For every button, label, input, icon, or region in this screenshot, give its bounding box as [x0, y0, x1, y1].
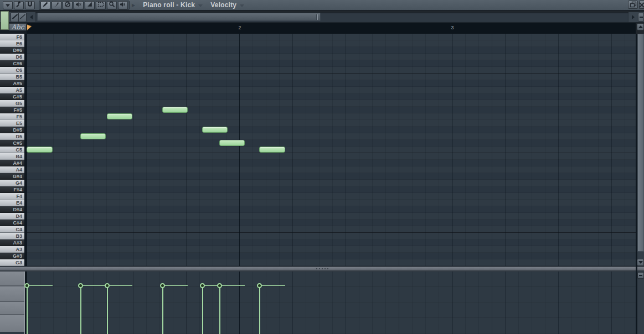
velocity-stem-D5[interactable] — [80, 285, 81, 334]
piano-key-F6[interactable]: F6 — [0, 34, 24, 40]
velocity-stem-C#5[interactable] — [219, 285, 220, 334]
note-F#5[interactable] — [162, 107, 188, 113]
piano-key-F4[interactable]: F4 — [0, 193, 24, 200]
piano-key-G5[interactable]: G5 — [0, 100, 24, 107]
window-title[interactable]: Piano roll - Kick — [143, 1, 195, 9]
velocity-handle-C5[interactable] — [257, 283, 262, 288]
piano-key-A3[interactable]: A3 — [0, 246, 24, 253]
target-control-caret[interactable] — [240, 4, 244, 7]
title-dropdown-caret[interactable] — [198, 4, 203, 7]
velocity-editor[interactable] — [27, 272, 636, 334]
piano-key-D#4[interactable]: D#4 — [0, 206, 24, 213]
vertical-scrollbar[interactable] — [637, 34, 644, 266]
hscroll-left-arrow[interactable] — [27, 13, 35, 22]
note-D#5[interactable] — [202, 127, 228, 133]
piano-keyboard: F6E6D#6D6C#6C6B5A#5A5G#5G5F#5F5E5D#5D5C#… — [0, 34, 24, 266]
tools-button[interactable] — [14, 1, 24, 9]
velocity-handle-D5[interactable] — [78, 283, 83, 288]
title-collapse-arrow[interactable]: ▶ — [132, 3, 135, 8]
piano-key-A5[interactable]: A5 — [0, 87, 24, 93]
velocity-handle-C5[interactable] — [24, 283, 29, 288]
piano-key-C#6[interactable]: C#6 — [0, 60, 24, 67]
draw-button[interactable] — [40, 1, 50, 9]
note-C5[interactable] — [27, 147, 53, 153]
piano-key-D#6[interactable]: D#6 — [0, 47, 24, 54]
piano-key-C#4[interactable]: C#4 — [0, 220, 24, 226]
slice-button[interactable] — [85, 1, 95, 9]
chevron-down-icon — [5, 0, 11, 10]
piano-key-B4[interactable]: B4 — [0, 153, 24, 160]
note-grid[interactable] — [27, 34, 636, 266]
piano-key-G#3[interactable]: G#3 — [0, 253, 24, 259]
velocity-pane-menu-button[interactable] — [637, 272, 644, 279]
piano-key-G4[interactable]: G4 — [0, 180, 24, 186]
playhead-flag-icon[interactable] — [27, 24, 33, 34]
delete-button[interactable] — [63, 1, 73, 9]
hzoom-button[interactable] — [638, 13, 644, 22]
mute-button[interactable] — [74, 1, 84, 9]
sidebar-block — [0, 302, 24, 315]
slide-note-button[interactable] — [11, 12, 19, 22]
velocity-stem-F#5[interactable] — [162, 285, 163, 334]
piano-key-C5[interactable]: C5 — [0, 147, 24, 153]
piano-key-D4[interactable]: D4 — [0, 213, 24, 220]
velocity-handle-C#5[interactable] — [217, 283, 222, 288]
piano-key-F5[interactable]: F5 — [0, 113, 24, 120]
portamento-button[interactable] — [18, 12, 27, 22]
note-F5[interactable] — [107, 113, 132, 119]
abc-note-labels-button[interactable]: Abc — [9, 23, 27, 31]
horizontal-scrollbar[interactable] — [35, 12, 628, 22]
slope-icon — [12, 12, 18, 22]
detach-button[interactable] — [628, 1, 638, 9]
target-control-selector[interactable]: Velocity — [210, 1, 236, 9]
piano-key-B5[interactable]: B5 — [0, 74, 24, 80]
note-C#5[interactable] — [219, 140, 245, 146]
main-menu-button[interactable] — [3, 1, 13, 9]
horizontal-scroll-row — [0, 12, 644, 23]
vscroll-down-arrow[interactable] — [637, 259, 644, 266]
velocity-handle-D#5[interactable] — [200, 283, 205, 288]
piano-key-G3[interactable]: G3 — [0, 259, 24, 266]
zoom-button[interactable] — [107, 1, 117, 9]
piano-key-A#5[interactable]: A#5 — [0, 80, 24, 87]
vscroll-up-arrow[interactable] — [637, 23, 644, 30]
piano-key-E6[interactable]: E6 — [0, 40, 24, 47]
piano-key-D#5[interactable]: D#5 — [0, 127, 24, 133]
paint-button[interactable] — [51, 1, 61, 9]
piano-key-C6[interactable]: C6 — [0, 67, 24, 74]
snap-button[interactable] — [25, 1, 35, 9]
piano-key-D5[interactable]: D5 — [0, 133, 24, 140]
velocity-stem-C5[interactable] — [259, 285, 260, 334]
velocity-handle-F#5[interactable] — [160, 283, 165, 288]
piano-key-D6[interactable]: D6 — [0, 54, 24, 60]
piano-key-A4[interactable]: A4 — [0, 166, 24, 173]
piano-key-G#4[interactable]: G#4 — [0, 173, 24, 180]
piano-key-G#5[interactable]: G#5 — [0, 93, 24, 100]
piano-key-E5[interactable]: E5 — [0, 120, 24, 127]
velocity-right-track — [637, 279, 644, 334]
piano-key-C#5[interactable]: C#5 — [0, 140, 24, 147]
piano-key-F#5[interactable]: F#5 — [0, 107, 24, 113]
note-C5[interactable] — [259, 147, 285, 153]
piano-key-E4[interactable]: E4 — [0, 200, 24, 206]
timeline-ruler[interactable]: 23 — [27, 23, 636, 34]
note-D5[interactable] — [80, 133, 106, 139]
playback-button[interactable] — [118, 1, 128, 9]
select-button[interactable] — [96, 1, 106, 9]
velocity-handle-F5[interactable] — [105, 283, 110, 288]
hscroll-right-arrow[interactable] — [629, 13, 637, 22]
piano-key-A#4[interactable]: A#4 — [0, 160, 24, 166]
velocity-pane-splitter[interactable] — [0, 266, 644, 272]
keyboard-preview-corner[interactable] — [1, 11, 9, 30]
piano-key-A#3[interactable]: A#3 — [0, 239, 24, 246]
piano-key-B3[interactable]: B3 — [0, 233, 24, 239]
vscroll-thumb[interactable] — [637, 34, 644, 252]
piano-key-C4[interactable]: C4 — [0, 226, 24, 233]
velocity-level-line — [259, 285, 285, 286]
piano-key-F#4[interactable]: F#4 — [0, 186, 24, 193]
velocity-stem-C5[interactable] — [27, 285, 28, 334]
velocity-stem-F5[interactable] — [107, 285, 108, 334]
velocity-stem-D#5[interactable] — [202, 285, 203, 334]
close-button[interactable] — [639, 1, 644, 9]
hscroll-thumb[interactable] — [37, 13, 321, 21]
